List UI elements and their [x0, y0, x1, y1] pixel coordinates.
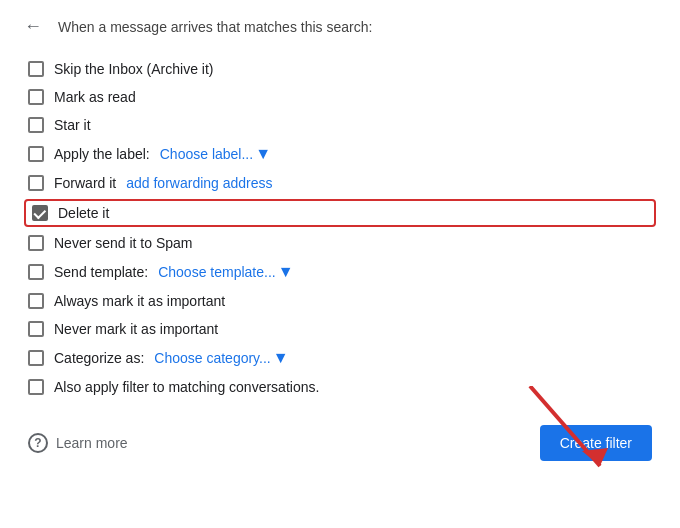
- checkbox-delete-it[interactable]: [32, 205, 48, 221]
- dropdown-categorize-as[interactable]: Choose category... ▼: [154, 349, 288, 367]
- label-mark-as-read: Mark as read: [54, 89, 136, 105]
- learn-more-label: Learn more: [56, 435, 128, 451]
- filter-row-mark-as-read: Mark as read: [24, 83, 656, 111]
- label-forward-it: Forward it: [54, 175, 116, 191]
- checkbox-star-it[interactable]: [28, 117, 44, 133]
- back-arrow-icon[interactable]: ←: [24, 16, 42, 37]
- label-apply-label: Apply the label:: [54, 146, 150, 162]
- checkbox-never-spam[interactable]: [28, 235, 44, 251]
- filter-row-never-spam: Never send it to Spam: [24, 229, 656, 257]
- filter-row-always-important: Always mark it as important: [24, 287, 656, 315]
- label-always-important: Always mark it as important: [54, 293, 225, 309]
- header: ← When a message arrives that matches th…: [24, 16, 656, 37]
- header-description: When a message arrives that matches this…: [58, 19, 372, 35]
- label-skip-inbox: Skip the Inbox (Archive it): [54, 61, 214, 77]
- footer: ? Learn more Create filter: [24, 417, 656, 469]
- checkbox-forward-it[interactable]: [28, 175, 44, 191]
- page-wrapper: ← When a message arrives that matches th…: [0, 0, 680, 528]
- label-categorize-as: Categorize as:: [54, 350, 144, 366]
- filter-row-apply-label: Apply the label:Choose label... ▼: [24, 139, 656, 169]
- create-filter-button[interactable]: Create filter: [540, 425, 652, 461]
- checkbox-never-important[interactable]: [28, 321, 44, 337]
- main-container: ← When a message arrives that matches th…: [0, 0, 680, 485]
- label-delete-it: Delete it: [58, 205, 109, 221]
- filter-row-skip-inbox: Skip the Inbox (Archive it): [24, 55, 656, 83]
- link-forward-it[interactable]: add forwarding address: [126, 175, 272, 191]
- filter-row-never-important: Never mark it as important: [24, 315, 656, 343]
- label-star-it: Star it: [54, 117, 91, 133]
- label-never-important: Never mark it as important: [54, 321, 218, 337]
- checkbox-categorize-as[interactable]: [28, 350, 44, 366]
- learn-more-section[interactable]: ? Learn more: [28, 433, 128, 453]
- label-never-spam: Never send it to Spam: [54, 235, 193, 251]
- help-icon: ?: [28, 433, 48, 453]
- label-send-template: Send template:: [54, 264, 148, 280]
- filter-options-list: Skip the Inbox (Archive it)Mark as readS…: [24, 55, 656, 401]
- filter-row-delete-it: Delete it: [24, 199, 656, 227]
- checkbox-skip-inbox[interactable]: [28, 61, 44, 77]
- filter-row-apply-filter: Also apply filter to matching conversati…: [24, 373, 656, 401]
- checkbox-mark-as-read[interactable]: [28, 89, 44, 105]
- filter-row-categorize-as: Categorize as:Choose category... ▼: [24, 343, 656, 373]
- checkbox-always-important[interactable]: [28, 293, 44, 309]
- checkbox-send-template[interactable]: [28, 264, 44, 280]
- filter-row-forward-it: Forward itadd forwarding address: [24, 169, 656, 197]
- filter-row-star-it: Star it: [24, 111, 656, 139]
- checkbox-apply-label[interactable]: [28, 146, 44, 162]
- dropdown-apply-label[interactable]: Choose label... ▼: [160, 145, 271, 163]
- label-apply-filter: Also apply filter to matching conversati…: [54, 379, 319, 395]
- dropdown-send-template[interactable]: Choose template... ▼: [158, 263, 293, 281]
- filter-row-send-template: Send template:Choose template... ▼: [24, 257, 656, 287]
- checkbox-apply-filter[interactable]: [28, 379, 44, 395]
